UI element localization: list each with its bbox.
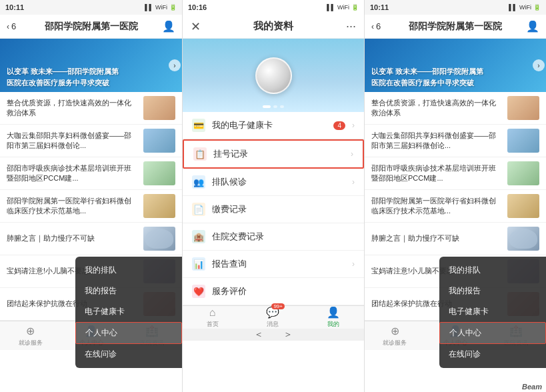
status-bar-3: 10:11 ▌▌ WiFi 🔋 <box>365 0 546 15</box>
close-button[interactable]: ✕ <box>191 19 201 34</box>
news-item-3-0[interactable]: 整合优质资源，打造快速高效的一体化救治体系 <box>365 92 546 125</box>
phone1: 10:11 ▌▌ WiFi 🔋 ‹ 6 邵阳学院附属第一医院 👤 以变革 致未来… <box>0 0 182 392</box>
dot-2 <box>273 105 277 108</box>
p2-page-title: 我的资料 <box>253 20 293 33</box>
menu-item-inpatient[interactable]: 🏨 住院交费记录 <box>183 223 364 251</box>
mine-tab-label: 我的 <box>327 320 339 329</box>
news-title-3-0: 整合优质资源，打造快速高效的一体化救治体系 <box>371 98 502 119</box>
news-thumb-3-4 <box>507 227 539 251</box>
battery-icon-3: 🔋 <box>533 4 541 11</box>
news-title-3-4: 肺腑之言｜助力慢疗不可缺 <box>371 233 502 243</box>
news-title-3-1: 大咖云集邵阳共享妇科微创盛宴——邵阳市第三届妇科微创论... <box>371 131 502 151</box>
news-thumb-1-1 <box>143 129 175 153</box>
news-title-1-1: 大咖云集邵阳共享妇科微创盛宴——邵阳市第三届妇科微创论... <box>7 131 138 151</box>
p2-menu-list: 💳 我的电子健康卡 4 › 📋 挂号记录 › 👥 排队候诊 › 📄 缴费记录 🏨… <box>183 112 364 305</box>
p2-tab-home[interactable]: ⌂ 首页 <box>207 307 219 329</box>
home-tab-label: 首页 <box>207 320 219 329</box>
menu-item-report[interactable]: 📊 报告查询 › <box>183 251 364 278</box>
avatar <box>255 57 292 94</box>
person-icon-3[interactable]: 👤 <box>526 20 539 33</box>
dot-1 <box>263 105 271 108</box>
tab-jiuzhen-3[interactable]: ⊕ 就诊服务 <box>365 325 425 347</box>
menu-item-rating[interactable]: ❤️ 服务评价 <box>183 278 364 305</box>
status-icons-2: ▌▌ WiFi 🔋 <box>327 4 359 11</box>
queue-arrow-icon: › <box>352 177 355 187</box>
popup-item-personal[interactable]: 个人中心 <box>75 322 182 344</box>
news-item-1-0[interactable]: 整合优质资源，打造快速高效的一体化救治体系 <box>0 92 182 125</box>
news-item-1-2[interactable]: 邵阳市呼吸疾病诊技术基层培训班开班 暨邵阳地区PCCM建... <box>0 157 182 190</box>
menu-item-guahao[interactable]: 📋 挂号记录 › <box>183 139 364 169</box>
time-2: 10:16 <box>188 3 207 11</box>
forward-nav-icon[interactable]: ＞ <box>283 329 293 341</box>
news-thumb-3-3 <box>507 194 539 218</box>
banner-dots <box>263 105 284 108</box>
back-number-1[interactable]: 6 <box>11 21 16 31</box>
popup-item-3-report[interactable]: 我的报告 <box>439 281 546 301</box>
jiuzhen-icon-3: ⊕ <box>391 325 399 337</box>
jiuzhen-label-3: 就诊服务 <box>383 339 407 347</box>
wifi-icon-3: WiFi <box>519 4 531 11</box>
queue-icon: 👥 <box>192 175 205 189</box>
news-item-3-2[interactable]: 邵阳市呼吸疾病诊技术基层培训班开班 暨邵阳地区PCCM建... <box>365 157 546 190</box>
mine-icon: 👤 <box>327 306 340 319</box>
nav-bar-1: ‹ 6 邵阳学院附属第一医院 👤 <box>0 15 182 39</box>
more-button[interactable]: ··· <box>346 19 356 33</box>
phone3: 10:11 ▌▌ WiFi 🔋 ‹ 6 邵阳学院附属第一医院 👤 以变革 致未来… <box>364 0 546 392</box>
p2-bottom-navigation: ＜ ＞ <box>183 329 364 341</box>
back-number-3[interactable]: 6 <box>376 21 381 31</box>
back-button-1[interactable]: ‹ 6 <box>7 21 16 31</box>
news-item-1-3[interactable]: 邵阳学院附属第一医院举行省妇科微创临床医疗技术示范基地... <box>0 190 182 223</box>
news-item-3-4[interactable]: 肺腑之言｜助力慢疗不可缺 <box>365 223 546 255</box>
news-item-1-4[interactable]: 肺腑之言｜助力慢疗不可缺 <box>0 223 182 255</box>
popup-item-3-paidui[interactable]: 我的排队 <box>439 260 546 281</box>
p2-nav: ✕ 我的资料 ··· <box>183 15 364 39</box>
popup-item-online[interactable]: 在线问诊 <box>75 344 182 365</box>
signal-icon-3: ▌▌ <box>509 4 517 11</box>
banner-arrow-3[interactable]: › <box>533 59 545 71</box>
news-item-1-1[interactable]: 大咖云集邵阳共享妇科微创盛宴——邵阳市第三届妇科微创论... <box>0 125 182 157</box>
tab-jiuzhen-1[interactable]: ⊕ 就诊服务 <box>0 325 61 347</box>
wifi-icon-2: WiFi <box>337 4 349 11</box>
p2-tab-mine[interactable]: 👤 我的 <box>327 306 340 329</box>
news-title-3-2: 邵阳市呼吸疾病诊技术基层培训班开班 暨邵阳地区PCCM建... <box>371 163 502 184</box>
battery-icon-2: 🔋 <box>351 4 359 11</box>
p2-tab-message[interactable]: 💬 99+ 消息 <box>266 306 279 329</box>
guahao-icon: 📋 <box>193 147 207 161</box>
rating-icon: ❤️ <box>192 285 205 298</box>
back-chevron-icon-3: ‹ <box>371 22 374 31</box>
menu-item-queue[interactable]: 👥 排队候诊 › <box>183 169 364 196</box>
watermark: Beam <box>522 383 542 391</box>
news-item-3-3[interactable]: 邵阳学院附属第一医院举行省妇科微创临床医疗技术示范基地... <box>365 190 546 223</box>
news-title-3-3: 邵阳学院附属第一医院举行省妇科微创临床医疗技术示范基地... <box>371 196 502 217</box>
time-3: 10:11 <box>370 3 389 11</box>
back-nav-icon[interactable]: ＜ <box>254 329 263 341</box>
menu-item-healthcard[interactable]: 💳 我的电子健康卡 4 › <box>183 112 364 139</box>
popup-item-3-online[interactable]: 在线问诊 <box>439 344 546 365</box>
news-thumb-1-3 <box>143 194 175 218</box>
signal-icon-2: ▌▌ <box>327 4 335 11</box>
report-icon: 📊 <box>192 257 205 271</box>
news-item-3-1[interactable]: 大咖云集邵阳共享妇科微创盛宴——邵阳市第三届妇科微创论... <box>365 125 546 157</box>
report-label: 报告查询 <box>212 258 345 270</box>
menu-item-payment[interactable]: 📄 缴费记录 <box>183 196 364 223</box>
payment-icon: 📄 <box>192 203 205 216</box>
banner-text-3: 以变革 致未来——邵阳学院附属第 医院在改善医疗服务中寻求突破 <box>371 66 483 88</box>
dot-3 <box>280 105 284 108</box>
time-1: 10:11 <box>5 3 24 11</box>
jiuzhen-icon-1: ⊕ <box>26 325 35 337</box>
popup-item-paidui[interactable]: 我的排队 <box>75 260 182 281</box>
person-icon-1[interactable]: 👤 <box>162 20 175 33</box>
banner-arrow-1[interactable]: › <box>169 59 181 71</box>
banner-1: 以变革 致未来——邵阳学院附属第 医院在改善医疗服务中寻求突破 › <box>0 39 182 92</box>
news-title-1-3: 邵阳学院附属第一医院举行省妇科微创临床医疗技术示范基地... <box>7 196 138 217</box>
popup-item-healthcard[interactable]: 电子健康卡 <box>75 301 182 322</box>
status-icons-1: ▌▌ WiFi 🔋 <box>145 4 177 11</box>
popup-item-3-healthcard[interactable]: 电子健康卡 <box>439 301 546 322</box>
queue-label: 排队候诊 <box>212 176 345 188</box>
popup-item-3-personal[interactable]: 个人中心 <box>439 322 546 344</box>
popup-item-report[interactable]: 我的报告 <box>75 281 182 301</box>
p2-tab-bar: ⌂ 首页 💬 99+ 消息 👤 我的 ＜ ＞ <box>183 305 364 335</box>
back-button-3[interactable]: ‹ 6 <box>371 21 381 31</box>
banner-text-1: 以变革 致未来——邵阳学院附属第 医院在改善医疗服务中寻求突破 <box>7 66 119 88</box>
nav-bar-3: ‹ 6 邵阳学院附属第一医院 👤 <box>365 15 546 39</box>
